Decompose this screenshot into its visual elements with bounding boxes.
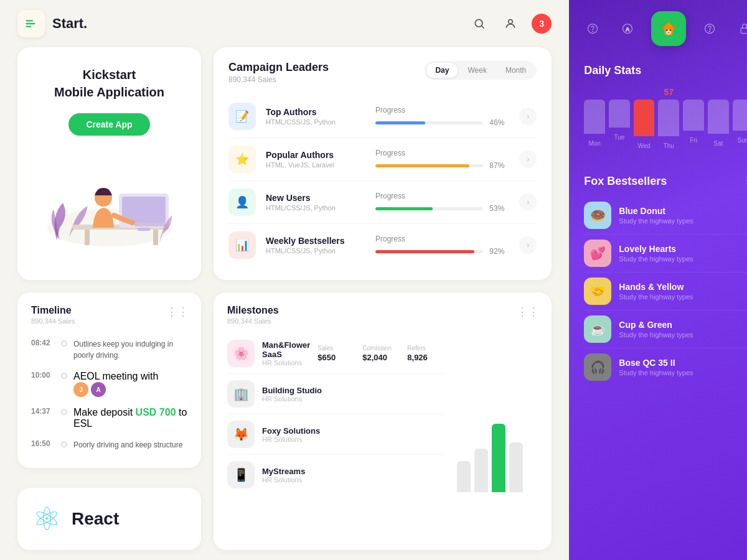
timeline-time-3: 16:50 xyxy=(31,439,55,448)
kickstart-card: Kickstart Mobile Application Create App xyxy=(17,47,201,280)
campaign-card: Campaign Leaders 890,344 Sales Day Week … xyxy=(214,47,552,280)
bar-label-Sun: Sun xyxy=(738,137,747,144)
campaign-rows: 📝 Top Authors HTML/CSS/JS, Python Progre… xyxy=(228,95,537,266)
avatar-2: A xyxy=(91,382,106,397)
bestseller-img-0: 🍩 xyxy=(584,202,611,229)
bestseller-name-3: Cup & Green xyxy=(619,320,693,330)
svg-point-16 xyxy=(593,31,593,32)
bar-col-Mon: Mon xyxy=(584,100,605,149)
notification-badge[interactable]: 3 xyxy=(532,14,552,34)
campaign-icon-3: 📊 xyxy=(228,231,256,259)
timeline-card: Timeline 890,344 Sales ⋮⋮ 08:42 Outlines… xyxy=(17,292,201,468)
progress-bar-bg-1 xyxy=(375,164,483,167)
bestseller-item-0[interactable]: 🍩 Blue Donut Study the highway types xyxy=(584,197,747,235)
create-app-button[interactable]: Create App xyxy=(68,113,149,136)
bar-item-Tue xyxy=(609,100,630,128)
row-arrow-0[interactable]: › xyxy=(519,108,537,125)
milestones-list: 🌸 Man&Flower SaaS HR Solutions Sales $65… xyxy=(227,334,444,495)
bestseller-sub-0: Study the highway types xyxy=(619,217,693,225)
bestseller-item-4[interactable]: 🎧 Bose QC 35 II Study the highway types xyxy=(584,348,747,386)
bar-col-Sun: Sun xyxy=(733,100,747,149)
campaign-header: Campaign Leaders 890,344 Sales Day Week … xyxy=(228,61,537,84)
tab-month[interactable]: Month xyxy=(497,63,535,78)
bar-item-Mon xyxy=(584,100,605,134)
milestones-title: Milestones xyxy=(227,305,538,316)
row-arrow-2[interactable]: › xyxy=(519,194,537,211)
progress-bar-fill-0 xyxy=(375,121,425,124)
nav-icon-a[interactable]: A xyxy=(616,17,639,40)
nav-icon-question[interactable] xyxy=(698,17,721,40)
milestone-info-0: Man&Flower SaaS HR Solutions xyxy=(262,340,310,366)
svg-text:A: A xyxy=(626,26,630,32)
bestseller-info-4: Bose QC 35 II Study the highway types xyxy=(619,358,693,376)
milestones-menu[interactable]: ⋮⋮ xyxy=(517,305,539,319)
campaign-title: Campaign Leaders xyxy=(228,61,329,74)
bar-label-Thu: Thu xyxy=(664,142,674,149)
progress-pct-3: 92% xyxy=(489,247,509,256)
progress-pct-1: 87% xyxy=(489,161,509,170)
timeline-dot-3 xyxy=(61,441,67,447)
milestone-icon-1: 🏢 xyxy=(227,380,255,408)
search-icon[interactable] xyxy=(469,14,489,34)
bar-label-Sat: Sat xyxy=(713,140,723,147)
bar-col-Wed: Wed xyxy=(634,100,655,149)
bar-col-Thu: Thu xyxy=(658,100,679,149)
user-icon[interactable] xyxy=(500,14,520,34)
bestseller-sub-3: Study the highway types xyxy=(619,331,693,338)
svg-line-4 xyxy=(482,26,484,29)
bestseller-info-1: Lovely Hearts Study the highway types xyxy=(619,244,693,263)
row-arrow-1[interactable]: › xyxy=(519,151,537,168)
bestseller-item-2[interactable]: 🤝 Hands & Yellow Study the highway types xyxy=(584,273,747,310)
row-arrow-3[interactable]: › xyxy=(519,236,537,254)
bestseller-info-2: Hands & Yellow Study the highway types xyxy=(619,282,693,301)
progress-section-2: Progress 53% xyxy=(375,192,509,213)
right-panel: A Dai xyxy=(569,0,747,560)
timeline-list: 08:42 Outlines keep you indulging in poo… xyxy=(31,334,187,455)
tab-week[interactable]: Week xyxy=(459,63,495,78)
campaign-row: 📊 Weekly Bestsellers HTML/CSS/JS, Python… xyxy=(228,224,537,266)
chart-area: 57 Mon Tue Wed Thu Fri Sat Sun xyxy=(584,87,747,162)
main-area: Start. 3 Kickstart Mobile Application xyxy=(0,0,569,560)
bestseller-item-3[interactable]: ☕ Cup & Green Study the highway types xyxy=(584,310,747,348)
progress-section-3: Progress 92% xyxy=(375,235,509,256)
timeline-text-2: Make deposit USD 700 to ESL xyxy=(73,407,187,429)
milestone-info-1: Building Studio HR Solutions xyxy=(262,386,444,403)
campaign-icon-1: ⭐ xyxy=(228,146,256,173)
progress-bar-bg-0 xyxy=(375,121,483,124)
bestseller-img-4: 🎧 xyxy=(584,353,611,381)
bestseller-info-3: Cup & Green Study the highway types xyxy=(619,320,693,338)
daily-stats-header: Daily Stats ⠿ xyxy=(584,63,747,77)
progress-bar-fill-3 xyxy=(375,250,474,253)
timeline-dot-2 xyxy=(61,409,67,415)
milestones-subtitle: 890,344 Sales xyxy=(227,317,538,325)
nav-icon-bulb[interactable] xyxy=(581,17,604,40)
milestone-sub-2: HR Solutions xyxy=(262,436,444,443)
nav-icon-fox-active[interactable] xyxy=(651,11,686,46)
svg-rect-12 xyxy=(138,228,150,231)
header-actions: 3 xyxy=(469,14,552,34)
timeline-menu[interactable]: ⋮⋮ xyxy=(166,305,189,319)
fox-bestsellers: Fox Bestsellers ⠿ 🍩 Blue Donut Study the… xyxy=(569,174,747,560)
milestone-row-2: 🦊 Foxy Solutions HR Solutions xyxy=(227,414,444,455)
progress-section-1: Progress 87% xyxy=(375,149,509,170)
panel-top-nav: A xyxy=(569,0,747,57)
bar-label-Mon: Mon xyxy=(588,140,600,147)
campaign-icon-2: 👤 xyxy=(228,189,256,216)
milestone-sub-1: HR Solutions xyxy=(262,395,444,403)
bestseller-item-1[interactable]: 💕 Lovely Hearts Study the highway types xyxy=(584,235,747,273)
tab-day[interactable]: Day xyxy=(426,63,458,78)
stat-label-sales: Sales xyxy=(317,345,355,352)
milestone-icon-0: 🌸 xyxy=(227,340,255,367)
tab-group: Day Week Month xyxy=(425,61,537,80)
milestone-stats-sales: Sales $650 xyxy=(317,345,355,362)
nav-icon-lock[interactable] xyxy=(733,17,747,40)
bestseller-name-2: Hands & Yellow xyxy=(619,282,693,292)
milestones-chart xyxy=(457,334,538,495)
bestseller-name-1: Lovely Hearts xyxy=(619,244,693,254)
progress-label-3: Progress xyxy=(375,235,509,243)
campaign-info-1: Popular Authors HTML, VueJS, Laravel xyxy=(266,150,365,169)
milestone-stats-refers: Refers 8,926 xyxy=(407,345,444,362)
milestone-icon-3: 📱 xyxy=(227,461,255,488)
campaign-info-3: Weekly Bestsellers HTML/CSS/JS, Python xyxy=(266,236,365,254)
campaign-row: ⭐ Popular Authors HTML, VueJS, Laravel P… xyxy=(228,138,537,181)
